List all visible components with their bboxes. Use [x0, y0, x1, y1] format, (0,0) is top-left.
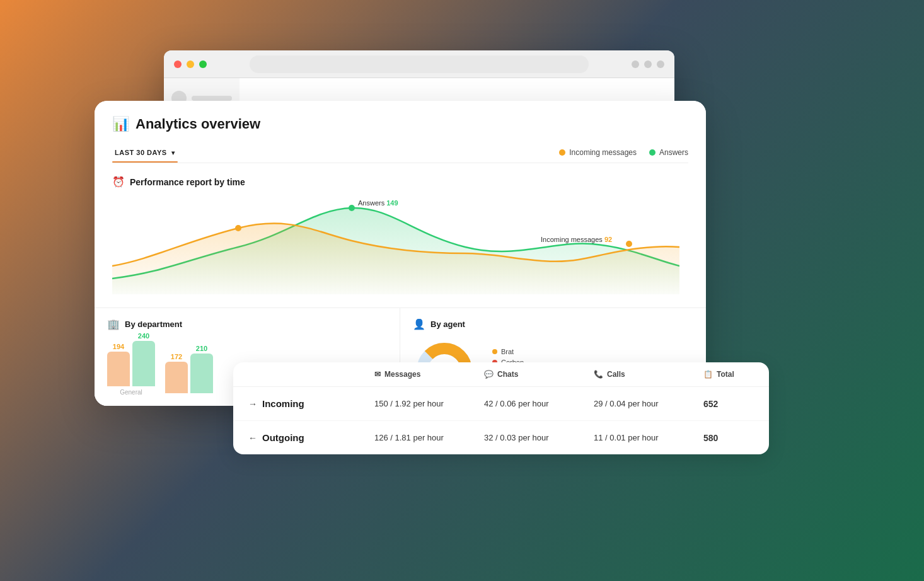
agent-legend-brat: Brat: [492, 348, 524, 355]
chart-legend: Incoming messages Answers: [559, 148, 688, 157]
incoming-messages-label: Incoming messages 92: [541, 236, 612, 243]
title-row: 📊 Analytics overview: [112, 116, 688, 132]
svg-point-0: [235, 225, 241, 231]
bar-label-240: 240: [138, 332, 149, 340]
performance-chart: Answers 149 Incoming messages 92: [112, 197, 679, 297]
header-calls: 📞 Calls: [594, 370, 703, 379]
chart-container: ⏰ Performance report by time: [95, 163, 706, 308]
calls-icon: 📞: [594, 370, 603, 379]
chart-title-row: ⏰ Performance report by time: [112, 176, 688, 188]
bar-172: [165, 362, 188, 393]
browser-actions: [632, 60, 664, 68]
browser-action-1: [632, 60, 639, 68]
browser-toolbar: [164, 50, 674, 78]
incoming-arrow-icon: →: [248, 399, 257, 409]
table-header: ✉ Messages 💬 Chats 📞 Calls 📋 Total: [233, 362, 769, 387]
total-icon: 📋: [703, 370, 713, 379]
bar-pair-1: 194 240: [107, 332, 155, 386]
clock-icon: ⏰: [112, 176, 125, 188]
bar-210: [190, 354, 213, 393]
outgoing-chats: 32 / 0.03 per hour: [484, 433, 594, 442]
bar-label-172: 172: [171, 353, 182, 360]
answers-label: Answers 149: [358, 199, 398, 207]
bar-194: [107, 352, 130, 386]
incoming-messages: 150 / 1.92 per hour: [374, 399, 484, 408]
by-agent-title-row: 👤 By agent: [413, 318, 693, 330]
browser-action-2: [644, 60, 652, 68]
svg-point-1: [626, 241, 632, 247]
table-section: ✉ Messages 💬 Chats 📞 Calls 📋 Total → Inc…: [233, 362, 769, 454]
legend-incoming: Incoming messages: [559, 148, 637, 157]
tab-bar: LAST 30 DAYS ▾ Incoming messages Answers: [112, 142, 688, 163]
header-total: 📋 Total: [703, 370, 754, 379]
bar-label-210: 210: [196, 345, 207, 352]
header-empty: [248, 370, 374, 379]
bar-bottom-general: General: [120, 389, 142, 396]
incoming-calls: 29 / 0.04 per hour: [594, 399, 703, 408]
by-agent-title: By agent: [430, 319, 465, 329]
outgoing-arrow-icon: ←: [248, 433, 257, 443]
legend-answers: Answers: [649, 148, 688, 157]
header-chats: 💬 Chats: [484, 370, 594, 379]
browser-url-bar[interactable]: [250, 55, 589, 73]
incoming-label: → Incoming: [248, 398, 374, 409]
incoming-chats: 42 / 0.06 per hour: [484, 399, 594, 408]
bar-pair-2: 172 210: [165, 345, 213, 393]
brat-dot: [492, 349, 497, 354]
incoming-total: 652: [703, 399, 754, 409]
legend-incoming-dot: [559, 149, 565, 156]
browser-minimize-btn[interactable]: [187, 60, 194, 68]
outgoing-total: 580: [703, 433, 754, 443]
tab-chevron-icon: ▾: [171, 149, 175, 156]
bar-group-2: 172 210: [165, 345, 213, 396]
tab-last-30-days[interactable]: LAST 30 DAYS ▾: [112, 142, 178, 163]
browser-close-btn[interactable]: [174, 60, 182, 68]
bar-label-194: 194: [113, 343, 124, 350]
table-row-incoming: → Incoming 150 / 1.92 per hour 42 / 0.06…: [233, 387, 769, 421]
agent-icon: 👤: [413, 318, 425, 330]
header-messages: ✉ Messages: [374, 370, 484, 379]
browser-maximize-btn[interactable]: [199, 60, 207, 68]
outgoing-messages: 126 / 1.81 per hour: [374, 433, 484, 442]
browser-action-3: [657, 60, 664, 68]
table-row-outgoing: ← Outgoing 126 / 1.81 per hour 32 / 0.03…: [233, 421, 769, 454]
chats-icon: 💬: [484, 370, 494, 379]
brat-label: Brat: [501, 348, 514, 355]
bar-group-general: 194 240 General: [107, 332, 155, 396]
analytics-card: 📊 Analytics overview LAST 30 DAYS ▾ Inco…: [95, 101, 706, 406]
bar-240: [132, 341, 155, 386]
analytics-header: 📊 Analytics overview LAST 30 DAYS ▾ Inco…: [95, 101, 706, 163]
by-department-title: By department: [125, 319, 182, 329]
messages-icon: ✉: [374, 370, 381, 379]
answers-peak-dot: [349, 205, 355, 211]
legend-answers-dot: [649, 149, 655, 156]
analytics-icon: 📊: [112, 116, 129, 132]
chart-area: Answers 149 Incoming messages 92: [112, 197, 688, 297]
outgoing-calls: 11 / 0.01 per hour: [594, 433, 703, 442]
by-department-title-row: 🏢 By department: [107, 318, 387, 330]
analytics-title: Analytics overview: [136, 116, 260, 132]
outgoing-label: ← Outgoing: [248, 432, 374, 443]
chart-title: Performance report by time: [130, 177, 245, 187]
department-icon: 🏢: [107, 318, 120, 330]
